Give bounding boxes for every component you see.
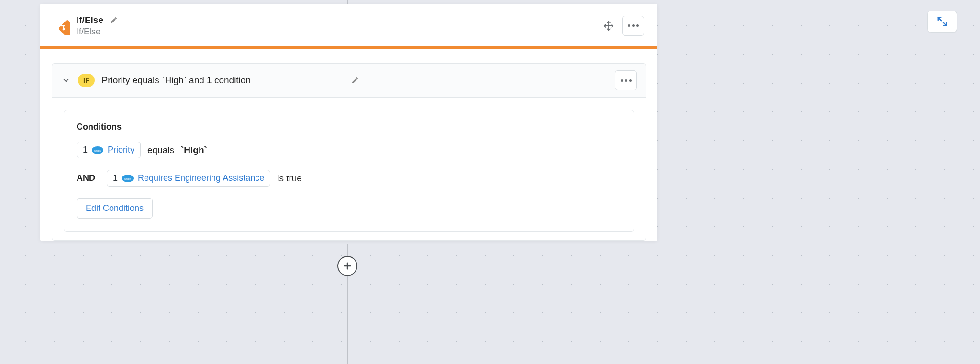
ellipsis-icon [628,24,639,27]
field-chip[interactable]: 1 sales Requires Engineering Assistance [107,170,270,187]
branch-body: Conditions 1 sales Priority equals `High… [52,98,646,240]
svg-text:sales: sales [94,149,101,152]
edit-branch-name-button[interactable] [349,75,361,86]
connector-line-top [347,0,348,4]
salesforce-icon: sales [122,174,134,183]
field-name: Priority [108,145,134,155]
pencil-icon [351,77,359,84]
conditions-heading: Conditions [77,122,621,132]
branch-summary: Priority equals `High` and 1 condition [101,75,342,86]
node-title-wrap: If/Else If/Else [77,14,602,37]
collapse-branch-button[interactable] [61,75,71,86]
branch-menu-button[interactable] [615,70,637,90]
chip-index: 1 [83,145,88,155]
value-text: `High` [181,145,207,155]
node-title: If/Else [77,15,103,25]
pencil-icon [110,16,118,24]
svg-text:sales: sales [124,177,131,180]
chip-index: 1 [113,173,118,183]
node-header-actions [602,16,644,36]
node-body: IF Priority equals `High` and 1 conditio… [40,49,657,241]
node-subtitle: If/Else [77,27,602,37]
operator-text: is true [277,173,302,184]
conditions-card: Conditions 1 sales Priority equals `High… [64,110,634,232]
edit-conditions-button[interactable]: Edit Conditions [77,198,153,219]
condition-row: AND 1 sales Requires Engineering Assista… [77,170,621,187]
move-node-handle[interactable] [602,19,615,33]
if-pill: IF [78,74,95,87]
joiner-label: AND [77,173,95,183]
operator-text: equals [147,145,174,155]
condition-row: 1 sales Priority equals `High` [77,142,621,158]
edit-node-name-button[interactable] [108,14,120,26]
collapse-icon [937,16,947,27]
salesforce-icon: sales [91,146,104,154]
if-branch: IF Priority equals `High` and 1 conditio… [52,63,646,241]
collapse-panel-button[interactable] [927,11,957,33]
if-else-node-card: If/Else If/Else [40,4,657,241]
move-icon [603,21,614,31]
ellipsis-icon [621,79,632,82]
node-menu-button[interactable] [622,16,644,36]
branch-header: IF Priority equals `High` and 1 conditio… [52,64,646,98]
field-chip[interactable]: 1 sales Priority [77,142,141,158]
field-name: Requires Engineering Assistance [138,173,264,183]
plus-icon [342,261,353,271]
if-else-node-icon [52,17,70,35]
add-step-button[interactable] [337,256,357,276]
chevron-down-icon [62,76,70,85]
node-header: If/Else If/Else [40,4,657,46]
